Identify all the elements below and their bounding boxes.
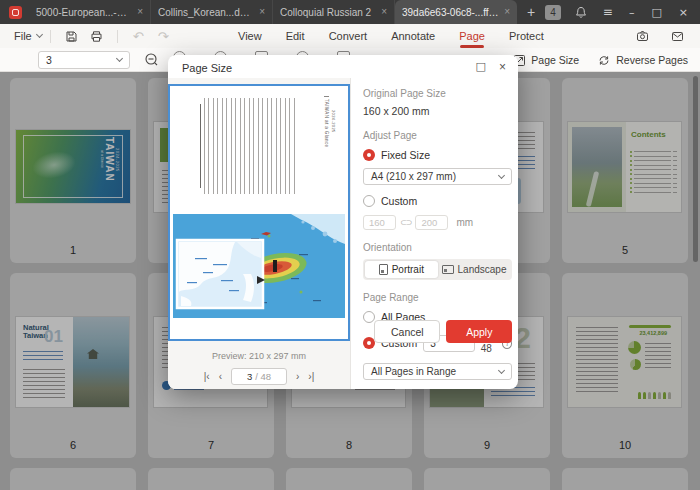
tab-label: Collins_Korean...ds_and_phrases bbox=[158, 7, 254, 18]
save-button[interactable] bbox=[65, 30, 78, 43]
hamburger-menu-icon[interactable]: ≡ bbox=[603, 6, 613, 18]
dialog-title: Page Size bbox=[182, 62, 232, 74]
reverse-pages-label: Reverse Pages bbox=[616, 54, 688, 66]
preview-vertical-title: 2024-2025 TAIWAN at a Glance bbox=[324, 96, 336, 147]
first-page-button[interactable]: |‹ bbox=[204, 371, 210, 382]
redo-button[interactable]: ↷ bbox=[158, 30, 169, 43]
chevron-down-icon bbox=[498, 171, 505, 178]
document-tab-2[interactable]: Collins_Korean...ds_and_phrases × bbox=[151, 0, 273, 24]
custom-height-input[interactable]: 200 bbox=[415, 215, 448, 230]
preview-page-total: / 48 bbox=[255, 371, 271, 382]
tab-protect[interactable]: Protect bbox=[509, 24, 544, 48]
custom-width-input[interactable]: 160 bbox=[363, 215, 396, 230]
orientation-label: Orientation bbox=[363, 242, 512, 253]
preview-year: 2024-2025 bbox=[331, 110, 336, 133]
portrait-label: Portrait bbox=[392, 264, 424, 275]
close-icon[interactable]: × bbox=[504, 7, 510, 17]
dialog-close-button[interactable]: × bbox=[499, 60, 506, 74]
radio-selected-icon[interactable] bbox=[363, 337, 375, 349]
print-button[interactable] bbox=[90, 30, 103, 43]
window-minimize-button[interactable]: – bbox=[629, 7, 635, 18]
tab-label: 5000-European...-Portuguese * bbox=[36, 7, 132, 18]
radio-unselected-icon[interactable] bbox=[363, 311, 375, 323]
custom-size-radio-row[interactable]: Custom bbox=[363, 195, 512, 207]
preview-page-input[interactable]: 3 / 48 bbox=[231, 368, 287, 385]
toolbar-right: Page Size Reverse Pages bbox=[513, 48, 688, 72]
tab-page-active[interactable]: Page bbox=[459, 24, 485, 48]
previous-page-button[interactable]: ‹ bbox=[219, 371, 222, 382]
rotated-text-art bbox=[204, 98, 296, 194]
tab-edit[interactable]: Edit bbox=[286, 24, 305, 48]
preview-pagination: |‹ ‹ 3 / 48 › ›| bbox=[168, 368, 350, 385]
custom-size-inputs: 160 ⊂⊃ 200 mm bbox=[363, 215, 512, 230]
page-number-dropdown[interactable]: 3 bbox=[38, 51, 130, 69]
page-number-value: 3 bbox=[46, 54, 52, 66]
window-close-button[interactable]: × bbox=[679, 7, 688, 18]
chain-right: ⊃ bbox=[406, 218, 412, 227]
preview-panel: 2024-2025 TAIWAN at a Glance bbox=[168, 78, 351, 389]
camera-icon bbox=[636, 30, 649, 42]
custom-size-label: Custom bbox=[381, 195, 417, 207]
close-icon[interactable]: × bbox=[381, 7, 387, 17]
dialog-maximize-button[interactable]: □ bbox=[476, 60, 486, 73]
landscape-option[interactable]: Landscape bbox=[438, 261, 511, 278]
adjust-page-label: Adjust Page bbox=[363, 130, 512, 141]
settings-panel: Original Page Size 160 x 200 mm Adjust P… bbox=[351, 78, 518, 389]
portrait-option[interactable]: Portrait bbox=[365, 261, 438, 278]
portrait-icon bbox=[379, 264, 388, 275]
tab-label: 39da6e63-06c8-...ff58f36aa7ad * bbox=[402, 7, 499, 18]
range-scope-value: All Pages in Range bbox=[371, 366, 456, 377]
preview-page-value: 3 bbox=[247, 371, 252, 382]
document-tab-3[interactable]: Colloquial Russian 2 × bbox=[273, 0, 395, 24]
paper-size-select[interactable]: A4 (210 x 297 mm) bbox=[363, 168, 512, 185]
document-tab-4-active[interactable]: 39da6e63-06c8-...ff58f36aa7ad * × bbox=[395, 0, 517, 24]
undo-button[interactable]: ↶ bbox=[133, 30, 144, 43]
dialog-header: Page Size □ × bbox=[168, 55, 518, 78]
screenshot-camera-button[interactable] bbox=[636, 30, 649, 42]
page-size-button[interactable]: Page Size bbox=[513, 54, 579, 67]
file-menu[interactable]: File bbox=[14, 30, 42, 42]
original-size-value: 160 x 200 mm bbox=[363, 105, 512, 117]
range-scope-select[interactable]: All Pages in Range bbox=[363, 363, 512, 380]
reverse-pages-button[interactable]: Reverse Pages bbox=[597, 54, 688, 67]
tab-convert[interactable]: Convert bbox=[329, 24, 368, 48]
bell-icon[interactable] bbox=[575, 6, 587, 19]
reverse-pages-icon bbox=[597, 54, 611, 67]
radio-unselected-icon[interactable] bbox=[363, 195, 375, 207]
cancel-button[interactable]: Cancel bbox=[374, 320, 440, 343]
zoom-out-icon bbox=[144, 52, 159, 67]
last-page-button[interactable]: ›| bbox=[308, 371, 314, 382]
fixed-size-label: Fixed Size bbox=[381, 149, 430, 161]
bell-icon-svg bbox=[575, 6, 587, 19]
next-page-button[interactable]: › bbox=[296, 371, 299, 382]
page-size-dialog: Page Size □ × 2024-2025 TAIWAN at a Glan… bbox=[168, 55, 518, 389]
document-tab-1[interactable]: 5000-European...-Portuguese * × bbox=[29, 0, 151, 24]
account-badge[interactable]: 4 bbox=[545, 5, 561, 20]
divider bbox=[50, 30, 51, 43]
fixed-size-radio-row[interactable]: Fixed Size bbox=[363, 149, 512, 161]
zoom-out-button[interactable] bbox=[144, 52, 159, 67]
rotated-rule-art bbox=[200, 104, 201, 188]
page-preview[interactable]: 2024-2025 TAIWAN at a Glance bbox=[168, 84, 350, 341]
close-icon[interactable]: × bbox=[259, 7, 265, 17]
tab-annotate[interactable]: Annotate bbox=[391, 24, 435, 48]
mail-icon bbox=[671, 31, 684, 42]
window-maximize-button[interactable]: □ bbox=[651, 7, 661, 18]
close-icon[interactable]: × bbox=[137, 7, 143, 17]
landscape-label: Landscape bbox=[458, 264, 507, 275]
preview-caption: Preview: 210 x 297 mm bbox=[168, 351, 350, 361]
radio-selected-icon[interactable] bbox=[363, 149, 375, 161]
link-dimensions-icon[interactable]: ⊂⊃ bbox=[400, 218, 411, 227]
save-icon bbox=[65, 30, 78, 43]
new-tab-button[interactable]: + bbox=[527, 4, 535, 20]
tab-view[interactable]: View bbox=[238, 24, 262, 48]
orientation-segmented-control: Portrait Landscape bbox=[363, 259, 512, 280]
landscape-icon bbox=[442, 265, 454, 274]
app-logo-icon bbox=[9, 6, 22, 19]
print-icon bbox=[90, 30, 103, 43]
title-bar: 5000-European...-Portuguese * × Collins_… bbox=[0, 0, 700, 24]
chevron-down-icon bbox=[116, 54, 123, 61]
feedback-mail-button[interactable] bbox=[671, 31, 684, 42]
ribbon-tabs: View Edit Convert Annotate Page Protect bbox=[238, 24, 544, 48]
apply-button[interactable]: Apply bbox=[446, 320, 512, 343]
